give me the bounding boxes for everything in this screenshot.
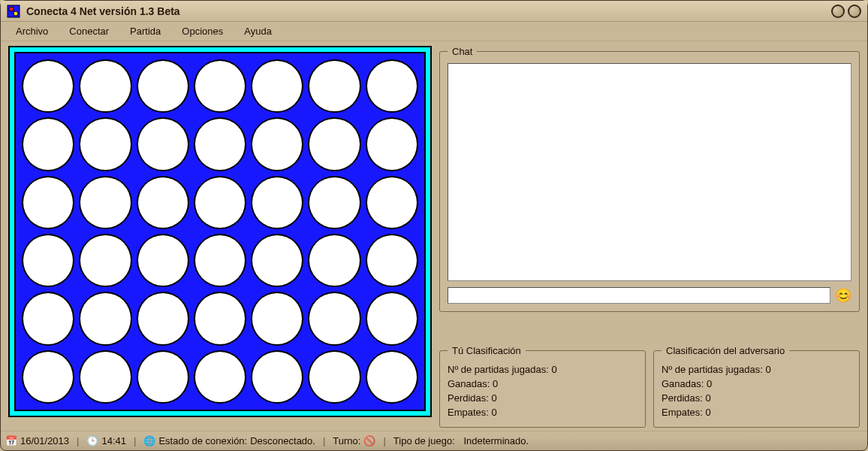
status-separator: |	[323, 435, 325, 446]
board-slot[interactable]	[22, 59, 74, 113]
opp-won: Ganadas: 0	[662, 377, 851, 391]
board-slot[interactable]	[137, 59, 189, 113]
close-button[interactable]	[848, 5, 861, 18]
app-icon	[7, 5, 20, 18]
board-slot[interactable]	[308, 350, 360, 404]
board-slot[interactable]	[366, 350, 418, 404]
stats-row: Tú Clasificación Nº de partidas jugadas:…	[439, 345, 860, 428]
board-slot[interactable]	[308, 234, 360, 287]
opp-lost: Perdidas: 0	[662, 391, 851, 405]
board-slot[interactable]	[79, 117, 131, 171]
status-date: 16/01/2013	[20, 435, 69, 446]
clock-icon: 🕒	[86, 435, 98, 447]
board-slot[interactable]	[251, 117, 303, 171]
globe-icon: 🌐	[143, 435, 155, 447]
status-gametype-label: Tipo de juego:	[393, 435, 455, 446]
opponent-stats-panel: Clasificación del adversario Nº de parti…	[653, 345, 860, 428]
board-slot[interactable]	[22, 350, 74, 404]
calendar-icon: 📅	[5, 435, 17, 447]
opp-played: Nº de partidas jugadas: 0	[662, 362, 851, 377]
content-area: Chat 😊 Tú Clasificación Nº de partidas j…	[1, 41, 867, 431]
board-slot[interactable]	[137, 176, 189, 229]
statusbar: 📅 16/01/2013 | 🕒 14:41 | 🌐 Estado de con…	[1, 431, 867, 450]
self-draw: Empates: 0	[448, 405, 637, 419]
board-slot[interactable]	[79, 350, 131, 404]
status-connection-value: Desconectado.	[250, 435, 315, 446]
board-slot[interactable]	[22, 176, 74, 229]
board-slot[interactable]	[194, 350, 246, 404]
board-slot[interactable]	[137, 292, 189, 345]
status-gametype-value: Indeterminado.	[463, 435, 529, 446]
opp-draw: Empates: 0	[662, 405, 851, 419]
board-slot[interactable]	[79, 59, 131, 113]
board-slot[interactable]	[137, 350, 189, 404]
board-slot[interactable]	[22, 234, 74, 287]
board-slot[interactable]	[366, 234, 418, 287]
chat-panel: Chat 😊	[439, 46, 860, 312]
board-slot[interactable]	[308, 292, 360, 345]
board-slot[interactable]	[308, 59, 360, 113]
board-slot[interactable]	[22, 292, 74, 345]
board-slot[interactable]	[251, 292, 303, 345]
board-slot[interactable]	[79, 292, 131, 345]
board-slot[interactable]	[194, 234, 246, 287]
svg-point-2	[14, 11, 18, 16]
board-slot[interactable]	[251, 234, 303, 287]
window-title: Conecta 4 Net versión 1.3 Beta	[26, 5, 831, 17]
board-slot[interactable]	[251, 176, 303, 229]
board-slot[interactable]	[137, 117, 189, 171]
emoji-icon[interactable]: 😊	[835, 287, 851, 304]
status-time: 14:41	[101, 435, 126, 446]
minimize-button[interactable]	[831, 5, 845, 18]
chat-log[interactable]	[448, 63, 851, 281]
board-pane	[8, 46, 432, 428]
menu-conectar[interactable]: Conectar	[60, 23, 118, 39]
board-slot[interactable]	[194, 176, 246, 229]
chat-input[interactable]	[448, 287, 830, 304]
board-slot[interactable]	[308, 176, 360, 229]
menu-opciones[interactable]: Opciones	[173, 23, 232, 39]
board-slot[interactable]	[194, 59, 246, 113]
svg-rect-0	[8, 5, 20, 17]
status-connection-label: Estado de conexión:	[158, 435, 247, 446]
board-slot[interactable]	[137, 234, 189, 287]
status-turn-label: Turno:	[333, 435, 360, 446]
self-stats-panel: Tú Clasificación Nº de partidas jugadas:…	[439, 345, 646, 428]
board-slot[interactable]	[251, 59, 303, 113]
menubar: Archivo Conectar Partida Opciones Ayuda	[1, 22, 867, 41]
board-slot[interactable]	[366, 59, 418, 113]
svg-point-1	[9, 7, 14, 11]
menu-partida[interactable]: Partida	[121, 23, 170, 39]
no-icon: 🚫	[363, 435, 375, 447]
board-slot[interactable]	[366, 117, 418, 171]
titlebar: Conecta 4 Net versión 1.3 Beta	[1, 1, 867, 22]
menu-ayuda[interactable]: Ayuda	[235, 23, 281, 39]
self-lost: Perdidas: 0	[448, 391, 637, 405]
chat-legend: Chat	[448, 46, 477, 57]
opponent-stats-legend: Clasificación del adversario	[662, 345, 789, 356]
window-buttons	[831, 5, 861, 18]
status-separator: |	[134, 435, 136, 446]
board-frame	[8, 46, 432, 417]
board-slot[interactable]	[366, 176, 418, 229]
app-window: Conecta 4 Net versión 1.3 Beta Archivo C…	[0, 0, 868, 451]
board-slot[interactable]	[79, 176, 131, 229]
board-slot[interactable]	[308, 117, 360, 171]
game-board[interactable]	[14, 52, 426, 411]
self-stats-legend: Tú Clasificación	[448, 345, 526, 356]
side-pane: Chat 😊 Tú Clasificación Nº de partidas j…	[439, 46, 860, 428]
board-slot[interactable]	[194, 117, 246, 171]
self-won: Ganadas: 0	[448, 377, 637, 391]
chat-input-row: 😊	[448, 287, 851, 304]
self-played: Nº de partidas jugadas: 0	[448, 362, 637, 377]
board-slot[interactable]	[22, 117, 74, 171]
board-slot[interactable]	[194, 292, 246, 345]
board-slot[interactable]	[366, 292, 418, 345]
board-slot[interactable]	[251, 350, 303, 404]
status-separator: |	[383, 435, 385, 446]
board-slot[interactable]	[79, 234, 131, 287]
menu-archivo[interactable]: Archivo	[7, 23, 57, 39]
status-separator: |	[77, 435, 79, 446]
